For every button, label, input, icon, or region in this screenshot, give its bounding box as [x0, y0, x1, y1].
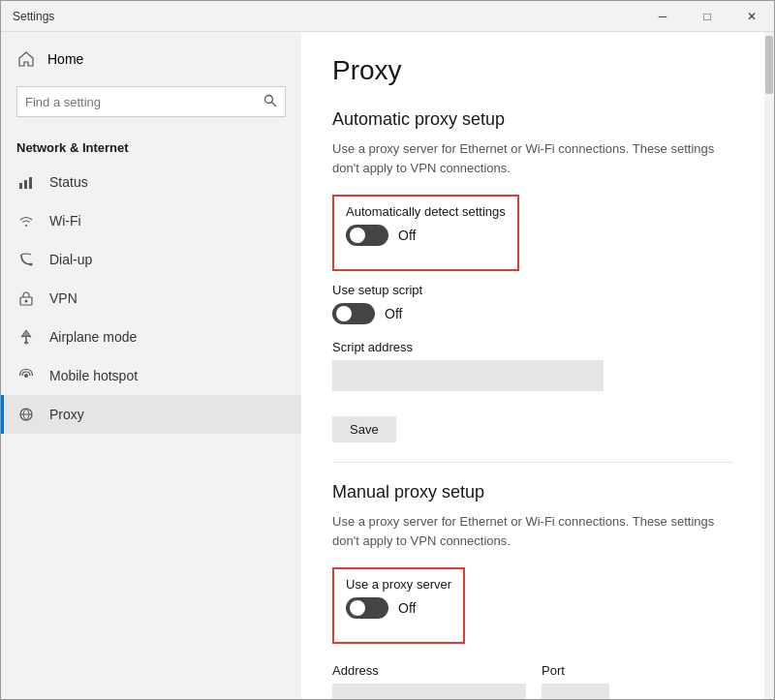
scrollbar-thumb[interactable] [765, 36, 773, 94]
sidebar-item-label: Proxy [49, 407, 84, 422]
auto-section-heading: Automatic proxy setup [332, 109, 733, 130]
auto-detect-toggle-text: Off [398, 228, 416, 243]
sidebar-item-label: VPN [49, 290, 78, 306]
use-script-group: Use setup script Off [332, 283, 733, 324]
address-input[interactable] [332, 684, 526, 699]
save-button[interactable]: Save [332, 416, 396, 442]
sidebar-item-label: Mobile hotspot [49, 368, 138, 383]
use-proxy-toggle-row: Off [346, 597, 451, 619]
svg-rect-2 [19, 183, 22, 189]
section-divider [332, 462, 733, 463]
page-title: Proxy [332, 55, 733, 86]
sidebar: Home Network & Internet [1, 32, 301, 699]
sidebar-item-dialup[interactable]: Dial-up [1, 240, 301, 279]
auto-detect-highlight: Automatically detect settings Off [332, 195, 519, 271]
svg-rect-4 [29, 177, 32, 189]
svg-line-1 [272, 102, 277, 107]
use-proxy-toggle[interactable] [346, 597, 388, 619]
auto-section-description: Use a proxy server for Ethernet or Wi-Fi… [332, 139, 733, 177]
address-label: Address [332, 663, 526, 678]
titlebar-controls: ─ □ ✕ [640, 1, 774, 31]
script-address-label: Script address [332, 340, 733, 354]
svg-point-0 [265, 95, 273, 103]
home-label: Home [47, 51, 83, 67]
sidebar-item-status[interactable]: Status [1, 163, 301, 201]
scrollbar[interactable] [764, 32, 774, 699]
maximize-button[interactable]: □ [685, 1, 729, 32]
use-script-toggle[interactable] [332, 303, 375, 324]
address-group: Address [332, 663, 526, 699]
sidebar-item-label: Wi-Fi [49, 213, 81, 228]
port-input[interactable] [542, 684, 609, 699]
use-proxy-label: Use a proxy server [346, 577, 451, 592]
status-icon [16, 172, 36, 192]
svg-rect-3 [24, 180, 27, 189]
settings-window: Settings ─ □ ✕ Home [0, 0, 775, 700]
svg-point-8 [24, 374, 28, 378]
auto-detect-label: Automatically detect settings [346, 204, 506, 219]
toggle-knob [350, 228, 365, 243]
auto-detect-toggle[interactable] [346, 225, 388, 246]
script-address-group: Script address [332, 340, 733, 391]
minimize-button[interactable]: ─ [640, 1, 685, 32]
sidebar-item-airplane[interactable]: Airplane mode [1, 318, 301, 356]
toggle-knob [350, 600, 365, 616]
wifi-icon [16, 211, 36, 230]
sidebar-item-label: Airplane mode [49, 329, 137, 345]
sidebar-item-label: Dial-up [49, 252, 92, 267]
use-proxy-group: Use a proxy server Off [346, 577, 451, 619]
sidebar-item-label: Status [49, 174, 88, 190]
search-input[interactable] [17, 95, 256, 109]
sidebar-item-proxy[interactable]: Proxy [1, 395, 301, 434]
script-address-input[interactable] [332, 360, 604, 391]
hotspot-icon [16, 366, 36, 385]
use-proxy-toggle-text: Off [398, 600, 416, 616]
sidebar-item-vpn[interactable]: VPN [1, 279, 301, 318]
use-script-toggle-row: Off [332, 303, 733, 324]
sidebar-item-wifi[interactable]: Wi-Fi [1, 201, 301, 240]
svg-point-7 [25, 300, 28, 303]
main-panel: Proxy Automatic proxy setup Use a proxy … [301, 32, 764, 699]
search-box[interactable] [16, 86, 286, 117]
titlebar: Settings ─ □ ✕ [1, 1, 774, 32]
toggle-knob [336, 306, 352, 321]
sidebar-section-label: Network & Internet [1, 133, 301, 163]
auto-detect-group: Automatically detect settings Off [346, 204, 506, 246]
port-group: Port [542, 663, 609, 699]
vpn-icon [16, 289, 36, 308]
sidebar-home-item[interactable]: Home [1, 40, 301, 78]
dialup-icon [16, 250, 36, 269]
use-script-toggle-text: Off [385, 306, 402, 321]
airplane-icon [16, 327, 36, 347]
address-port-row: Address Port [332, 663, 733, 699]
auto-detect-toggle-row: Off [346, 225, 506, 246]
home-icon [16, 49, 36, 69]
manual-section-description: Use a proxy server for Ethernet or Wi-Fi… [332, 512, 733, 550]
sidebar-item-hotspot[interactable]: Mobile hotspot [1, 356, 301, 395]
svg-point-5 [30, 263, 33, 266]
manual-section-heading: Manual proxy setup [332, 482, 733, 502]
close-button[interactable]: ✕ [729, 1, 774, 32]
use-script-label: Use setup script [332, 283, 733, 297]
search-icon [256, 94, 285, 110]
use-proxy-highlight: Use a proxy server Off [332, 567, 465, 644]
port-label: Port [542, 663, 609, 678]
proxy-icon [16, 405, 36, 424]
titlebar-title: Settings [13, 10, 54, 23]
content-area: Home Network & Internet [1, 32, 774, 699]
